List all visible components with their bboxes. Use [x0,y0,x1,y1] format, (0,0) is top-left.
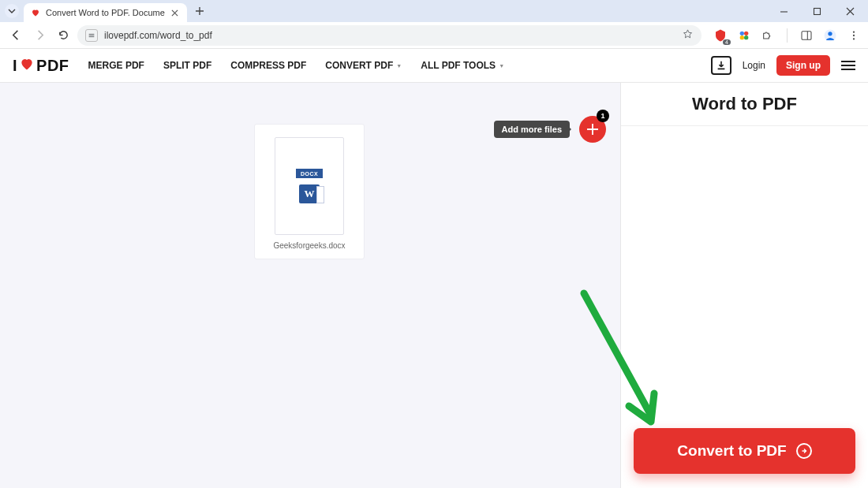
minimize-icon [780,7,788,16]
add-more-files-wrap: Add more files 1 [494,116,606,143]
browser-title-bar: Convert Word to PDF. Docume [0,0,868,22]
arrow-left-icon [10,29,22,41]
svg-rect-5 [802,31,811,39]
chrome-menu-button[interactable] [846,28,862,43]
tab-close-button[interactable] [170,7,181,18]
svg-point-8 [853,31,855,32]
extension-badge: 4 [723,39,731,45]
nav-split-pdf[interactable]: SPLIT PDF [163,60,211,71]
chevron-down-icon [8,7,16,15]
login-link[interactable]: Login [743,60,765,71]
address-bar[interactable]: ilovepdf.com/word_to_pdf [77,25,702,46]
file-canvas[interactable]: DOCX W Geeksforgeeks.docx Add more files… [0,83,620,488]
extension-adblock-icon[interactable]: 4 [713,28,728,43]
plus-icon [586,122,600,136]
side-panel-button[interactable] [799,28,814,43]
svg-point-1 [740,31,744,35]
nav-compress-pdf[interactable]: COMPRESS PDF [230,60,306,71]
tab-favicon-heart-icon [30,7,41,18]
nav-convert-pdf[interactable]: CONVERT PDF▼ [325,60,402,71]
add-more-files-tooltip: Add more files [494,121,570,138]
svg-point-7 [828,32,832,35]
site-logo[interactable]: I PDF [13,56,69,76]
file-thumbnail: DOCX W [275,137,344,235]
add-more-files-button[interactable]: 1 [579,116,606,143]
maximize-icon [813,7,821,16]
tab-search-button[interactable] [5,4,19,18]
new-tab-button[interactable] [190,2,209,20]
reload-icon [58,29,69,41]
svg-point-10 [853,38,855,39]
url-text: ilovepdf.com/word_to_pdf [104,30,212,41]
arrow-right-circle-icon [796,443,812,459]
site-info-icon[interactable] [85,29,98,42]
svg-point-9 [853,34,855,35]
panel-body [621,126,868,428]
window-close-button[interactable] [836,2,863,20]
kebab-icon [848,30,859,41]
browser-tab[interactable]: Convert Word to PDF. Docume [24,3,187,22]
logo-letter-i: I [13,57,17,75]
extension-icons: 4 [706,28,862,43]
word-icon: W [299,184,320,203]
close-icon [846,7,855,16]
plus-icon [195,6,204,16]
file-name: Geeksforgeeks.docx [273,241,345,250]
tab-title: Convert Word to PDF. Docume [46,8,165,17]
panel-title: Word to PDF [621,83,868,126]
arrow-right-icon [34,29,46,41]
browser-toolbar: ilovepdf.com/word_to_pdf 4 [0,22,868,49]
svg-rect-0 [814,8,820,14]
nav-merge-pdf[interactable]: MERGE PDF [88,60,144,71]
logo-letters-pdf: PDF [36,57,69,75]
panel-icon [800,29,813,42]
convert-button[interactable]: Convert to PDF [634,428,855,474]
svg-point-2 [744,31,748,35]
extension-lens-icon[interactable] [736,28,752,43]
desktop-app-button[interactable] [711,56,731,75]
star-icon [682,28,694,40]
forward-button[interactable] [30,26,49,45]
workspace: DOCX W Geeksforgeeks.docx Add more files… [0,83,868,488]
nav-all-pdf-tools[interactable]: ALL PDF TOOLS▼ [421,60,504,71]
file-card[interactable]: DOCX W Geeksforgeeks.docx [254,124,365,259]
download-icon [716,60,727,71]
user-icon [823,28,837,43]
close-icon [171,9,178,17]
header-right: Login Sign up [711,55,855,76]
bookmark-button[interactable] [682,28,694,43]
right-panel: Word to PDF Convert to PDF [620,83,868,488]
window-maximize-button[interactable] [803,2,830,20]
menu-button[interactable] [841,61,855,70]
svg-point-4 [744,35,748,39]
window-minimize-button[interactable] [770,2,797,20]
puzzle-icon [761,29,774,42]
caret-down-icon: ▼ [396,63,402,69]
file-count-badge: 1 [597,110,609,122]
extensions-button[interactable] [760,28,776,43]
docx-badge: DOCX [296,169,323,178]
profile-button[interactable] [822,28,838,43]
reload-button[interactable] [54,26,73,45]
caret-down-icon: ▼ [499,63,504,69]
separator [787,28,788,43]
window-controls [770,2,863,20]
heart-icon [19,56,35,76]
site-header: I PDF MERGE PDF SPLIT PDF COMPRESS PDF C… [0,49,868,83]
convert-button-label: Convert to PDF [677,442,786,460]
svg-point-3 [740,35,744,39]
signup-button[interactable]: Sign up [776,55,830,76]
back-button[interactable] [6,26,25,45]
